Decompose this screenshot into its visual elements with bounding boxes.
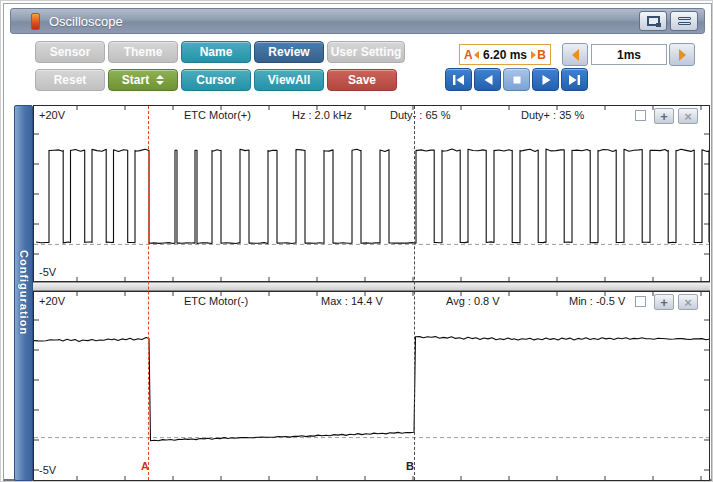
top-chart-close-button[interactable]: ×	[678, 108, 698, 124]
configuration-tab[interactable]: Configuration	[14, 105, 33, 481]
ab-time-value: 6.20 ms	[480, 48, 531, 62]
top-chart-duty-minus: Duty- : 65 %	[390, 109, 451, 121]
bottom-chart-vmin-label: -5V	[39, 464, 56, 476]
app-icon	[31, 13, 40, 30]
review-button[interactable]: Review	[254, 41, 324, 63]
left-arrow-icon	[572, 49, 579, 61]
sensor-button[interactable]: Sensor	[35, 41, 105, 63]
theme-button[interactable]: Theme	[108, 41, 178, 63]
step-back-button[interactable]	[474, 68, 501, 91]
play-button[interactable]	[532, 68, 559, 91]
start-spinner-icon	[156, 75, 164, 85]
a-left-arrow-icon	[474, 51, 479, 59]
cursor-b-line[interactable]	[414, 106, 415, 480]
ab-time-readout: A 6.20 ms B	[459, 44, 551, 65]
top-chart-title: ETC Motor(+)	[184, 109, 251, 121]
panel-divider	[33, 282, 710, 291]
skip-end-button[interactable]	[561, 68, 588, 91]
right-arrow-icon	[679, 49, 686, 61]
top-chart-checkbox[interactable]	[635, 110, 646, 121]
bottom-chart-checkbox[interactable]	[635, 296, 646, 307]
stop-icon	[511, 74, 523, 86]
cursor-b-label: B	[406, 460, 414, 472]
window-layout-button[interactable]	[670, 11, 698, 31]
start-button[interactable]: Start	[108, 69, 178, 91]
top-chart-frequency: Hz : 2.0 kHz	[292, 109, 352, 121]
skip-start-icon	[452, 74, 465, 86]
cursor-a-readout-label: A	[464, 48, 473, 62]
chart-panel-top: +20V ETC Motor(+) Hz : 2.0 kHz Duty- : 6…	[33, 105, 710, 282]
timebase-decrease-button[interactable]	[562, 43, 588, 66]
top-chart-vmax-label: +20V	[39, 109, 65, 121]
window-restore-icon	[647, 16, 660, 26]
configuration-tab-label: Configuration	[18, 250, 30, 335]
bottom-chart-title: ETC Motor(-)	[184, 295, 248, 307]
titlebar: Oscilloscope	[10, 8, 705, 34]
bottom-chart-close-button[interactable]: ×	[678, 294, 698, 310]
chart-panel-bottom: +20V ETC Motor(-) Max : 14.4 V Avg : 0.8…	[33, 291, 710, 481]
top-chart-vmin-label: -5V	[39, 266, 56, 278]
reset-button[interactable]: Reset	[35, 69, 105, 91]
skip-start-button[interactable]	[445, 68, 472, 91]
step-back-icon	[482, 74, 494, 86]
top-chart-zoom-button[interactable]: +	[654, 108, 674, 124]
window-restore-button[interactable]	[639, 11, 667, 31]
cursor-button[interactable]: Cursor	[181, 69, 251, 91]
start-button-label: Start	[122, 73, 149, 87]
app-window: Oscilloscope Sensor Theme Name Review Us…	[0, 0, 713, 482]
skip-end-icon	[568, 74, 581, 86]
b-right-arrow-icon	[531, 51, 536, 59]
bottom-chart-avg: Avg : 0.8 V	[446, 295, 500, 307]
stop-button[interactable]	[503, 68, 530, 91]
save-button[interactable]: Save	[327, 69, 397, 91]
bottom-chart-min: Min : -0.5 V	[569, 295, 625, 307]
cursor-b-readout-label: B	[537, 48, 546, 62]
play-icon	[540, 74, 552, 86]
top-chart-duty-plus: Duty+ : 35 %	[521, 109, 584, 121]
waveform-top	[34, 106, 709, 281]
bottom-chart-zoom-button[interactable]: +	[654, 294, 674, 310]
cursor-a-label: A	[141, 460, 149, 472]
window-layout-icon	[678, 17, 691, 25]
window-title: Oscilloscope	[49, 14, 123, 29]
bottom-chart-max: Max : 14.4 V	[321, 295, 383, 307]
window-frame: Oscilloscope Sensor Theme Name Review Us…	[3, 3, 712, 481]
user-setting-button[interactable]: User Setting	[327, 41, 405, 63]
timebase-value[interactable]: 1ms	[591, 44, 667, 65]
viewall-button[interactable]: ViewAll	[254, 69, 324, 91]
timebase-increase-button[interactable]	[669, 43, 695, 66]
waveform-bottom	[34, 292, 709, 480]
name-button[interactable]: Name	[181, 41, 251, 63]
cursor-a-line[interactable]	[148, 106, 149, 480]
bottom-chart-vmax-label: +20V	[39, 295, 65, 307]
